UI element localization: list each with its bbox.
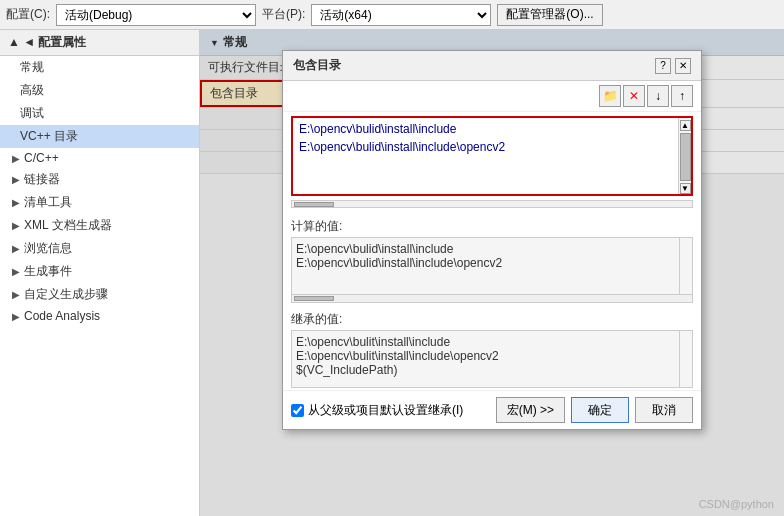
platform-label: 平台(P): bbox=[262, 6, 305, 23]
sidebar-item-build-events[interactable]: ▶生成事件 bbox=[0, 260, 199, 283]
listbox-scrollbar: ▲ ▼ bbox=[678, 118, 691, 194]
dialog-controls: ? ✕ bbox=[655, 58, 691, 74]
inherit-values-section: 继承的值: E:\opencv\bulit\install\include E:… bbox=[283, 305, 701, 390]
inherit-readonly-box: E:\opencv\bulit\install\include E:\openc… bbox=[291, 330, 693, 388]
sidebar-item-manifest[interactable]: ▶清单工具 bbox=[0, 191, 199, 214]
inherit-checkbox[interactable] bbox=[291, 404, 304, 417]
inherit-values-title: 继承的值: bbox=[291, 311, 693, 328]
toolbar-delete-button[interactable]: ✕ bbox=[623, 85, 645, 107]
checkbox-area: 从父级或项目默认设置继承(I) bbox=[291, 402, 490, 419]
inherit-box-content: E:\opencv\bulit\install\include E:\openc… bbox=[292, 331, 679, 387]
sidebar-item-code-analysis[interactable]: ▶Code Analysis bbox=[0, 306, 199, 326]
arrow-icon: ▶ bbox=[12, 220, 20, 231]
calc-values-section: 计算的值: E:\opencv\bulid\install\include E:… bbox=[283, 212, 701, 305]
sidebar-item-general[interactable]: 常规 bbox=[0, 56, 199, 79]
sidebar-item-linker[interactable]: ▶链接器 bbox=[0, 168, 199, 191]
inherit-checkbox-label: 从父级或项目默认设置继承(I) bbox=[308, 402, 463, 419]
dialog-toolbar: 📁 ✕ ↓ ↑ bbox=[283, 81, 701, 112]
manager-button[interactable]: 配置管理器(O)... bbox=[497, 4, 602, 26]
horizontal-scrollbar[interactable] bbox=[291, 200, 693, 208]
dialog-titlebar: 包含目录 ? ✕ bbox=[283, 51, 701, 81]
dialog-close-button[interactable]: ✕ bbox=[675, 58, 691, 74]
sidebar-item-advanced[interactable]: 高级 bbox=[0, 79, 199, 102]
scroll-down-btn[interactable]: ▼ bbox=[680, 183, 691, 194]
sidebar-item-debug[interactable]: 调试 bbox=[0, 102, 199, 125]
sidebar-item-vcpp-dir[interactable]: VC++ 目录 bbox=[0, 125, 199, 148]
arrow-icon: ▶ bbox=[12, 243, 20, 254]
left-panel-title: ▲ ◄ 配置属性 bbox=[0, 30, 199, 56]
toolbar-folder-button[interactable]: 📁 bbox=[599, 85, 621, 107]
calc-hscrollbar[interactable] bbox=[291, 295, 693, 303]
arrow-icon: ▶ bbox=[12, 153, 20, 164]
dialog-overlay: 包含目录 ? ✕ 📁 ✕ ↓ ↑ E:\opencv\bulid\i bbox=[200, 30, 784, 516]
arrow-icon: ▶ bbox=[12, 197, 20, 208]
calc-scrollbar bbox=[679, 238, 692, 294]
calc-entry-1: E:\opencv\bulid\install\include\opencv2 bbox=[296, 256, 675, 270]
sidebar-item-cpp[interactable]: ▶C/C++ bbox=[0, 148, 199, 168]
listbox-content: E:\opencv\bulid\install\include E:\openc… bbox=[293, 118, 678, 194]
calc-values-title: 计算的值: bbox=[291, 218, 693, 235]
list-entry-0[interactable]: E:\opencv\bulid\install\include bbox=[295, 120, 676, 138]
arrow-icon: ▶ bbox=[12, 266, 20, 277]
list-entry-1[interactable]: E:\opencv\bulid\install\include\opencv2 bbox=[295, 138, 676, 156]
config-select[interactable]: 活动(Debug) bbox=[56, 4, 256, 26]
macro-button[interactable]: 宏(M) >> bbox=[496, 397, 565, 423]
arrow-icon: ▶ bbox=[12, 289, 20, 300]
toolbar-down-button[interactable]: ↓ bbox=[647, 85, 669, 107]
top-toolbar: 配置(C): 活动(Debug) 平台(P): 活动(x64) 配置管理器(O)… bbox=[0, 0, 784, 30]
inherit-entry-1: E:\opencv\bulit\install\include\opencv2 bbox=[296, 349, 675, 363]
dialog-help-button[interactable]: ? bbox=[655, 58, 671, 74]
right-panel: ▼ 常规 可执行文件目录 $(VC_ExecutablePath_x64);$(… bbox=[200, 30, 784, 516]
toolbar-up-button[interactable]: ↑ bbox=[671, 85, 693, 107]
sidebar-item-xml[interactable]: ▶XML 文档生成器 bbox=[0, 214, 199, 237]
sidebar-item-custom-build[interactable]: ▶自定义生成步骤 bbox=[0, 283, 199, 306]
platform-select[interactable]: 活动(x64) bbox=[311, 4, 491, 26]
scroll-up-btn[interactable]: ▲ bbox=[680, 120, 691, 131]
sidebar-item-browse[interactable]: ▶浏览信息 bbox=[0, 237, 199, 260]
config-label: 配置(C): bbox=[6, 6, 50, 23]
inherit-entry-0: E:\opencv\bulit\install\include bbox=[296, 335, 675, 349]
inherit-values-box: E:\opencv\bulit\install\include E:\openc… bbox=[291, 330, 693, 388]
include-paths-listbox[interactable]: E:\opencv\bulid\install\include E:\openc… bbox=[291, 116, 693, 196]
ok-button[interactable]: 确定 bbox=[571, 397, 629, 423]
calc-entry-0: E:\opencv\bulid\install\include bbox=[296, 242, 675, 256]
include-dir-dialog: 包含目录 ? ✕ 📁 ✕ ↓ ↑ E:\opencv\bulid\i bbox=[282, 50, 702, 430]
arrow-icon: ▶ bbox=[12, 311, 20, 322]
calc-readonly-box: E:\opencv\bulid\install\include E:\openc… bbox=[291, 237, 693, 295]
calc-values-box: E:\opencv\bulid\install\include E:\openc… bbox=[291, 237, 693, 295]
main-content: ▲ ◄ 配置属性 常规 高级 调试 VC++ 目录 ▶C/C++ ▶链接器 ▶清… bbox=[0, 30, 784, 516]
left-panel: ▲ ◄ 配置属性 常规 高级 调试 VC++ 目录 ▶C/C++ ▶链接器 ▶清… bbox=[0, 30, 200, 516]
arrow-icon: ▶ bbox=[12, 174, 20, 185]
inherit-entry-2: $(VC_IncludePath) bbox=[296, 363, 675, 377]
inherit-scrollbar bbox=[679, 331, 692, 387]
dialog-footer: 从父级或项目默认设置继承(I) 宏(M) >> 确定 取消 bbox=[283, 390, 701, 429]
cancel-button[interactable]: 取消 bbox=[635, 397, 693, 423]
calc-box-content: E:\opencv\bulid\install\include E:\openc… bbox=[292, 238, 679, 294]
dialog-title: 包含目录 bbox=[293, 57, 341, 74]
scroll-thumb[interactable] bbox=[680, 133, 691, 181]
